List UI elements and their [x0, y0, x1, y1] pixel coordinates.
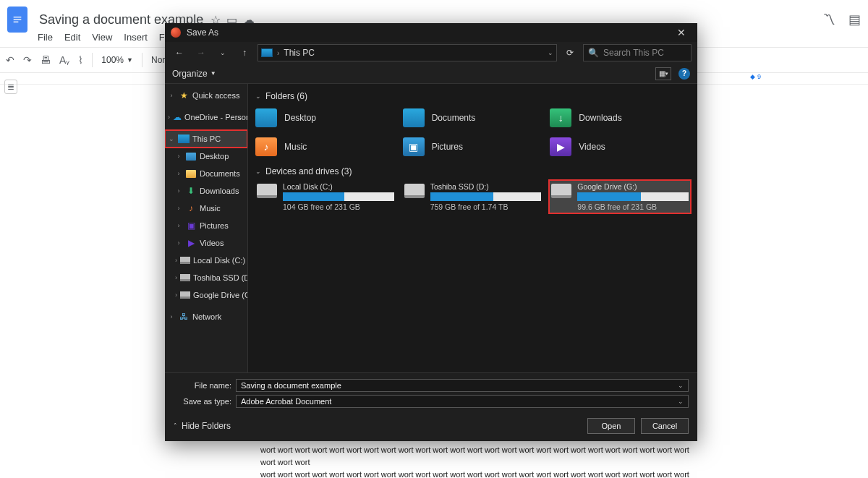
videos-icon: ▶: [185, 238, 197, 248]
folder-videos[interactable]: ▶Videos: [550, 135, 690, 159]
chevron-up-icon: ˄: [174, 422, 177, 430]
drive-icon: [257, 184, 277, 198]
trend-icon[interactable]: 〽: [822, 12, 835, 27]
drive-name: Google Drive (G:): [577, 182, 689, 191]
gdocs-logo-icon[interactable]: [7, 7, 27, 33]
drive-icon: [180, 257, 190, 264]
save-as-dialog: Save As ✕ ← → ⌄ ↑ › This PC ⌄ ⟳ 🔍 Search…: [165, 23, 697, 441]
folder-downloads[interactable]: ↓Downloads: [550, 106, 690, 130]
drive-name: Local Disk (C:): [283, 182, 394, 191]
drives-group-header[interactable]: ⌄ Devices and drives (3): [255, 166, 690, 176]
print-icon[interactable]: 🖶: [41, 54, 51, 66]
nav-back-icon[interactable]: ←: [171, 44, 188, 61]
address-dropdown-icon[interactable]: ⌄: [548, 49, 553, 56]
dialog-titlebar: Save As ✕: [165, 23, 697, 42]
undo-icon[interactable]: ↶: [6, 54, 14, 66]
breadcrumb-thispc[interactable]: This PC: [284, 48, 315, 58]
search-box[interactable]: 🔍 Search This PC: [583, 44, 692, 61]
separator: [142, 53, 142, 67]
dialog-toolbar: Organize▼ ▦ ▾ ?: [165, 64, 697, 84]
cancel-button[interactable]: Cancel: [641, 418, 689, 434]
svg-rect-2: [14, 22, 19, 22]
tree-toshiba-ssd[interactable]: ›Toshiba SSD (D:): [165, 269, 247, 286]
dialog-footer: ˄ Hide Folders Open Cancel: [165, 414, 697, 441]
address-bar[interactable]: › This PC ⌄: [258, 44, 557, 61]
svg-rect-0: [14, 17, 22, 17]
folder-icon: [186, 153, 196, 161]
refresh-button[interactable]: ⟳: [561, 44, 579, 61]
separator: [92, 53, 93, 67]
dropdown-icon[interactable]: ⌄: [678, 382, 684, 389]
drive-toshiba-d[interactable]: Toshiba SSD (D:) 759 GB free of 1.74 TB: [403, 181, 543, 213]
tree-quick-access[interactable]: › ★ Quick access: [165, 87, 247, 104]
help-icon[interactable]: ?: [678, 68, 690, 80]
folder-pictures[interactable]: ▣Pictures: [403, 135, 543, 159]
menu-edit[interactable]: Edit: [64, 32, 80, 43]
chevron-right-icon[interactable]: ›: [168, 313, 175, 320]
drive-usage-bar: [430, 192, 542, 201]
comments-icon[interactable]: ▤: [848, 12, 861, 27]
tree-documents[interactable]: ›Documents: [165, 165, 247, 182]
view-options-button[interactable]: ▦ ▾: [655, 67, 671, 80]
drive-usage-bar: [577, 192, 689, 201]
nav-tree: › ★ Quick access › ☁ OneDrive - Personal…: [165, 84, 248, 372]
chevron-right-icon[interactable]: ›: [168, 114, 170, 121]
main-panel: ⌄ Folders (6) Desktop Documents ↓Downloa…: [248, 84, 697, 372]
filename-input[interactable]: Saving a document example⌄: [236, 379, 689, 392]
menu-file[interactable]: File: [38, 32, 53, 43]
open-button[interactable]: Open: [587, 418, 635, 434]
folder-icon: [255, 108, 277, 127]
folder-icon: [186, 170, 196, 178]
folder-music[interactable]: ♪Music: [255, 135, 396, 159]
drive-icon: [180, 291, 190, 299]
drive-google-g[interactable]: Google Drive (G:) 99.6 GB free of 231 GB: [550, 181, 690, 213]
drive-local-c[interactable]: Local Disk (C:) 104 GB free of 231 GB: [255, 181, 396, 213]
tree-pictures[interactable]: ›▣Pictures: [165, 217, 247, 234]
pictures-icon: ▣: [185, 221, 197, 231]
videos-icon: ▶: [550, 137, 571, 156]
paint-format-icon[interactable]: ⌇: [78, 54, 83, 66]
save-as-type-label: Save as type:: [174, 397, 231, 406]
folder-documents[interactable]: Documents: [403, 106, 543, 130]
star-icon: ★: [178, 90, 190, 101]
tree-network[interactable]: › 🖧 Network: [165, 308, 247, 325]
close-button[interactable]: ✕: [671, 27, 692, 38]
ruler-marker: ◆ 9: [750, 73, 761, 80]
dropdown-icon[interactable]: ⌄: [678, 398, 684, 405]
search-icon: 🔍: [588, 48, 599, 58]
tree-desktop[interactable]: ›Desktop: [165, 148, 247, 165]
drive-icon: [551, 184, 571, 198]
drive-free-text: 99.6 GB free of 231 GB: [577, 202, 689, 211]
tree-onedrive[interactable]: › ☁ OneDrive - Personal: [165, 108, 247, 126]
save-as-type-select[interactable]: Adobe Acrobat Document⌄: [236, 395, 689, 408]
tree-videos[interactable]: ›▶Videos: [165, 234, 247, 252]
download-icon: ⬇: [185, 186, 197, 196]
tree-downloads[interactable]: ›⬇Downloads: [165, 182, 247, 200]
pc-icon: [178, 135, 190, 143]
drive-free-text: 104 GB free of 231 GB: [283, 202, 394, 211]
tree-google-drive[interactable]: ›Google Drive (G:): [165, 286, 247, 304]
folder-desktop[interactable]: Desktop: [255, 106, 396, 130]
tree-local-disk-c[interactable]: ›Local Disk (C:): [165, 252, 247, 269]
app-icon: [171, 27, 181, 38]
nav-up-icon[interactable]: ↑: [236, 44, 253, 61]
nav-recent-icon[interactable]: ⌄: [214, 44, 231, 61]
chevron-down-icon[interactable]: ⌄: [168, 135, 175, 142]
outline-icon[interactable]: ≣: [4, 80, 17, 94]
nav-forward-icon[interactable]: →: [192, 44, 210, 61]
hide-folders-button[interactable]: ˄ Hide Folders: [174, 421, 231, 431]
chevron-right-icon[interactable]: ›: [168, 92, 175, 99]
menu-insert[interactable]: Insert: [124, 32, 148, 43]
music-icon: ♪: [255, 137, 277, 156]
spellcheck-icon[interactable]: Aᵧ: [59, 54, 69, 66]
cloud-icon: ☁: [173, 112, 182, 122]
drive-icon: [180, 274, 190, 281]
tree-music[interactable]: ›♪Music: [165, 200, 247, 217]
folders-group-header[interactable]: ⌄ Folders (6): [255, 91, 690, 101]
download-icon: ↓: [550, 108, 571, 127]
tree-this-pc[interactable]: ⌄ This PC: [165, 130, 247, 148]
zoom-select[interactable]: 100%▼: [101, 55, 133, 65]
menu-view[interactable]: View: [92, 32, 112, 43]
redo-icon[interactable]: ↷: [23, 54, 32, 66]
organize-button[interactable]: Organize▼: [172, 69, 216, 79]
